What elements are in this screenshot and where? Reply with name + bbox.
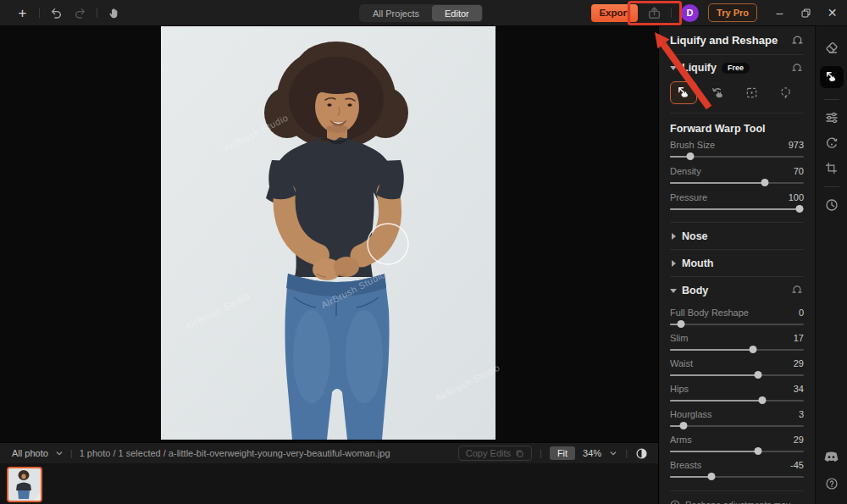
- slider-value: -45: [790, 460, 804, 470]
- slider-value: 100: [789, 192, 804, 202]
- toolbar-right-group: Export D Try Pro – ✕: [591, 0, 847, 25]
- undo-icon[interactable]: [49, 6, 64, 20]
- plus-icon[interactable]: +: [15, 6, 30, 20]
- divider: |: [540, 448, 542, 458]
- editor-canvas[interactable]: AirBrush Studio AirBrush Studio AirBrush…: [0, 26, 658, 442]
- slider-brush-size: Brush Size973: [670, 139, 804, 161]
- body-sliders: Full Body Reshape0Slim17Waist29Hips34Hou…: [670, 307, 804, 481]
- minimize-icon[interactable]: –: [773, 7, 786, 19]
- slider-thumb[interactable]: [749, 346, 756, 353]
- chevron-down-icon[interactable]: [609, 449, 617, 457]
- window-controls: – ✕: [773, 7, 839, 19]
- panel-title: Liquify and Reshape: [670, 34, 778, 47]
- slider-breasts: Breasts-45: [670, 459, 804, 481]
- slider-thumb[interactable]: [759, 396, 767, 404]
- top-toolbar: + All ProjectsEditor Export D Try Pro: [0, 0, 847, 26]
- help-icon[interactable]: [824, 476, 839, 490]
- slider-thumb[interactable]: [755, 447, 762, 455]
- liquify-panel: Liquify and Reshape Liquify Free: [658, 26, 815, 504]
- section-mouth[interactable]: Mouth: [670, 250, 804, 277]
- slider-thumb[interactable]: [761, 179, 769, 186]
- chevron-down-icon[interactable]: [55, 449, 64, 457]
- slider-value: 29: [794, 435, 804, 445]
- slider-track[interactable]: [670, 370, 804, 379]
- slider-label: Slim: [670, 333, 688, 343]
- share-icon[interactable]: [647, 6, 662, 20]
- tab-editor[interactable]: Editor: [432, 5, 482, 21]
- liquify-tools: [670, 81, 804, 104]
- free-badge: Free: [722, 63, 750, 74]
- slider-fill: [670, 476, 711, 478]
- redo-icon[interactable]: [73, 6, 87, 20]
- slider-label: Arms: [670, 435, 692, 445]
- restore-icon[interactable]: [800, 7, 812, 19]
- divider: [39, 8, 40, 18]
- photo-illustration: [161, 26, 495, 440]
- copy-edits-button[interactable]: Copy Edits: [458, 446, 532, 461]
- forward-warp-tool-button[interactable]: [670, 81, 697, 104]
- reshape-note-text: Reshape adjustments may have no visible …: [685, 499, 804, 504]
- slider-fill: [670, 208, 800, 210]
- slider-thumb[interactable]: [796, 205, 804, 213]
- pucker-tool-button[interactable]: [738, 81, 765, 104]
- photo-filter-label[interactable]: All photo: [12, 448, 48, 458]
- slider-thumb[interactable]: [677, 320, 684, 328]
- zoom-level[interactable]: 34%: [583, 448, 601, 458]
- divider: [824, 186, 839, 187]
- avatar[interactable]: D: [681, 4, 699, 22]
- slider-track[interactable]: [670, 345, 804, 354]
- liquify-section-header[interactable]: Liquify Free: [670, 55, 804, 80]
- slider-pressure: Pressure100: [670, 191, 804, 213]
- export-button[interactable]: Export: [591, 4, 638, 22]
- slider-thumb[interactable]: [755, 371, 762, 379]
- forward-warp-sliders: Brush Size973Density70Pressure100: [670, 139, 804, 213]
- photo-of-woman[interactable]: AirBrush Studio AirBrush Studio AirBrush…: [161, 26, 495, 440]
- close-icon[interactable]: ✕: [826, 7, 839, 19]
- adjustments-icon[interactable]: [824, 110, 839, 125]
- slider-thumb[interactable]: [686, 152, 694, 160]
- hand-tool-icon[interactable]: [107, 6, 121, 20]
- bloat-tool-button[interactable]: [772, 81, 799, 104]
- reset-icon[interactable]: [791, 284, 804, 296]
- compare-icon[interactable]: [635, 447, 648, 460]
- slider-track[interactable]: [670, 446, 804, 456]
- section-nose[interactable]: Nose: [670, 223, 804, 250]
- slider-track[interactable]: [670, 421, 804, 430]
- slider-value: 3: [799, 409, 804, 419]
- fit-button[interactable]: Fit: [550, 446, 575, 460]
- slider-track[interactable]: [670, 204, 804, 213]
- photo-filter-group: All photo | 1 photo / 1 selected / a-lit…: [0, 448, 390, 458]
- face-reshape-icon[interactable]: [824, 136, 839, 150]
- restore-warp-tool-button[interactable]: [704, 81, 731, 104]
- liquify-tool-selected[interactable]: [820, 66, 844, 88]
- slider-track[interactable]: [670, 319, 804, 329]
- section-title: Mouth: [682, 258, 713, 269]
- slider-label: Pressure: [670, 192, 707, 202]
- body-section-header[interactable]: Body: [670, 277, 804, 303]
- slider-label: Hips: [670, 384, 689, 394]
- history-icon[interactable]: [824, 197, 839, 212]
- eraser-icon[interactable]: [824, 41, 839, 55]
- slider-track[interactable]: [670, 472, 804, 481]
- slider-track[interactable]: [670, 396, 804, 405]
- slider-track[interactable]: [670, 152, 804, 161]
- slider-thumb[interactable]: [707, 473, 715, 480]
- reset-icon[interactable]: [791, 34, 804, 47]
- slider-rail: [670, 425, 804, 427]
- try-pro-button[interactable]: Try Pro: [708, 3, 757, 22]
- slider-track[interactable]: [670, 178, 804, 187]
- info-icon: [670, 500, 680, 504]
- slider-value: 70: [794, 166, 804, 176]
- discord-icon[interactable]: [824, 450, 839, 464]
- slider-label: Density: [670, 166, 701, 176]
- slider-thumb[interactable]: [679, 422, 687, 429]
- edited-badge: [32, 492, 42, 501]
- divider: [97, 8, 97, 18]
- tab-all-projects[interactable]: All Projects: [360, 5, 432, 21]
- slider-arms: Arms29: [670, 434, 804, 456]
- selection-info: 1 photo / 1 selected / a-little-bit-over…: [80, 448, 390, 458]
- reset-icon[interactable]: [791, 62, 804, 75]
- crop-icon[interactable]: [824, 161, 839, 175]
- slider-value: 973: [789, 140, 804, 150]
- photo-thumbnail[interactable]: [7, 467, 42, 502]
